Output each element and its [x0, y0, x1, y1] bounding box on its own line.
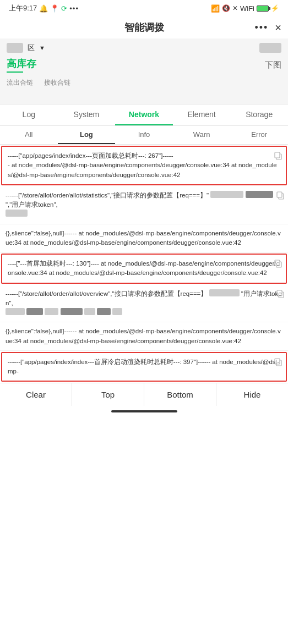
subtab-info[interactable]: Info	[115, 126, 173, 144]
high-inventory-label: 高库存	[7, 57, 36, 73]
bottom-bar: Clear Top Bottom Hide	[0, 383, 288, 406]
battery-icon	[257, 5, 269, 12]
status-bar: 上午9:17 🔔 📍 ⟳ ••• 📶 🔇 ✕ WiFi ⚡	[0, 0, 288, 16]
svg-rect-5	[275, 260, 280, 266]
app-row1: 区 ▼	[7, 43, 281, 53]
blur-5a	[209, 289, 240, 296]
main-tab-bar: Log System Network Element Storage	[0, 104, 288, 126]
log-text-7: ------["app/pages/index/index---首屏冷启动渲染耗…	[8, 359, 279, 375]
status-left: 上午9:17 🔔 📍 ⟳ •••	[9, 3, 79, 13]
subtab-error[interactable]: Error	[230, 126, 288, 144]
blur-5c	[26, 308, 43, 315]
cellular-icon: ✕	[232, 4, 238, 12]
chevron-icon: ▼	[39, 45, 45, 51]
svg-rect-1	[275, 152, 280, 158]
title-bar: 智能调拨 ••• ×	[0, 16, 288, 38]
bottom-button[interactable]: Bottom	[144, 383, 216, 406]
region-label: 区	[28, 43, 35, 53]
log-text-5a: ------["/store/allot/order/allot/overvie…	[6, 290, 207, 297]
log-text-1b: - at node_modules/@dsl-mp-base/engine/co…	[8, 162, 277, 178]
copy-icon-4[interactable]	[274, 259, 282, 268]
top-button[interactable]: Top	[72, 383, 144, 406]
wifi-icon: WiFi	[240, 4, 254, 13]
app-preview: 区 ▼ 高库存 下图 流出合链 接收合链	[0, 38, 288, 104]
page-title: 智能调拨	[124, 21, 164, 34]
svg-rect-9	[275, 359, 280, 364]
dots-icon: •••	[69, 4, 79, 13]
blur-5d	[45, 308, 58, 315]
log-text-2b: ","用户请求token",	[6, 201, 58, 208]
app-bottom-links: 流出合链 接收合链	[7, 78, 281, 87]
log-entry-5: ------["/store/allot/order/allot/overvie…	[0, 285, 288, 323]
copy-icon-2[interactable]	[276, 191, 285, 200]
time-label: 上午9:17	[9, 3, 37, 13]
log-text-1: -----["app/pages/index/index---页面加载总耗时--…	[8, 152, 173, 159]
log-entry-6: {},slience":false},null]------ at node_m…	[0, 322, 288, 351]
blur-2c	[6, 210, 28, 217]
tab-network[interactable]: Network	[115, 104, 173, 125]
diagram-label: 下图	[265, 60, 281, 70]
blur-2b	[246, 191, 273, 198]
blur-block-2	[259, 43, 281, 53]
tab-system[interactable]: System	[58, 104, 116, 125]
hide-button[interactable]: Hide	[216, 383, 288, 406]
log-text-3: {},slience":false},null]------ at node_m…	[6, 230, 281, 246]
svg-rect-7	[277, 290, 282, 296]
status-right: 📶 🔇 ✕ WiFi ⚡	[211, 4, 279, 13]
log-entry-7: ------["app/pages/index/index---首屏冷启动渲染耗…	[1, 352, 287, 382]
log-content: -----["app/pages/index/index---页面加载总耗时--…	[0, 145, 288, 383]
subtab-warn[interactable]: Warn	[173, 126, 231, 144]
subtab-all[interactable]: All	[0, 126, 58, 144]
blur-5h	[112, 308, 122, 315]
copy-icon-7[interactable]	[274, 357, 282, 366]
blur-5f	[84, 308, 95, 315]
charging-icon: ⚡	[271, 4, 279, 12]
blur-5b	[6, 308, 25, 315]
log-entry-1: -----["app/pages/index/index---页面加载总耗时--…	[1, 146, 287, 185]
sub-tab-bar: All Log Info Warn Error	[0, 126, 288, 145]
receive-label: 接收合链	[44, 78, 70, 87]
app-main-content: 高库存 下图	[7, 57, 281, 73]
close-button[interactable]: ×	[275, 21, 281, 34]
blur-5g	[97, 308, 111, 315]
menu-button[interactable]: •••	[254, 22, 268, 34]
tab-log[interactable]: Log	[0, 104, 58, 125]
log-entry-3: {},slience":false},null]------ at node_m…	[0, 224, 288, 253]
location-icon: 📍	[50, 4, 59, 13]
blur-block-1	[7, 43, 23, 53]
signal-icon: 📶	[211, 4, 220, 13]
clear-button[interactable]: Clear	[0, 383, 72, 406]
log-entry-4: ----["---首屏加载耗时---: 130"]---- at node_mo…	[1, 254, 287, 284]
svg-rect-3	[277, 192, 282, 197]
copy-icon-5[interactable]	[276, 289, 285, 298]
tab-storage[interactable]: Storage	[230, 104, 288, 125]
subtab-log[interactable]: Log	[58, 126, 116, 144]
log-text-2a: ------["/store/allot/order/allot/statist…	[6, 192, 209, 199]
mute-icon: 🔇	[222, 4, 230, 12]
sync-icon: ⟳	[61, 4, 67, 13]
home-indicator	[0, 406, 288, 415]
log-text-6: {},slience":false},null]------ at node_m…	[6, 328, 281, 344]
log-text-4: ----["---首屏加载耗时---: 130"]---- at node_mo…	[8, 260, 279, 276]
home-line	[111, 410, 177, 412]
blur-5e	[61, 308, 83, 315]
copy-icon-1[interactable]	[274, 151, 282, 160]
tab-element[interactable]: Element	[173, 104, 231, 125]
outflow-label: 流出合链	[7, 78, 33, 87]
notification-icon: 🔔	[39, 4, 48, 13]
title-actions: ••• ×	[254, 21, 281, 34]
blur-2a	[210, 191, 243, 198]
log-entry-2: ------["/store/allot/order/allot/statist…	[0, 186, 288, 224]
